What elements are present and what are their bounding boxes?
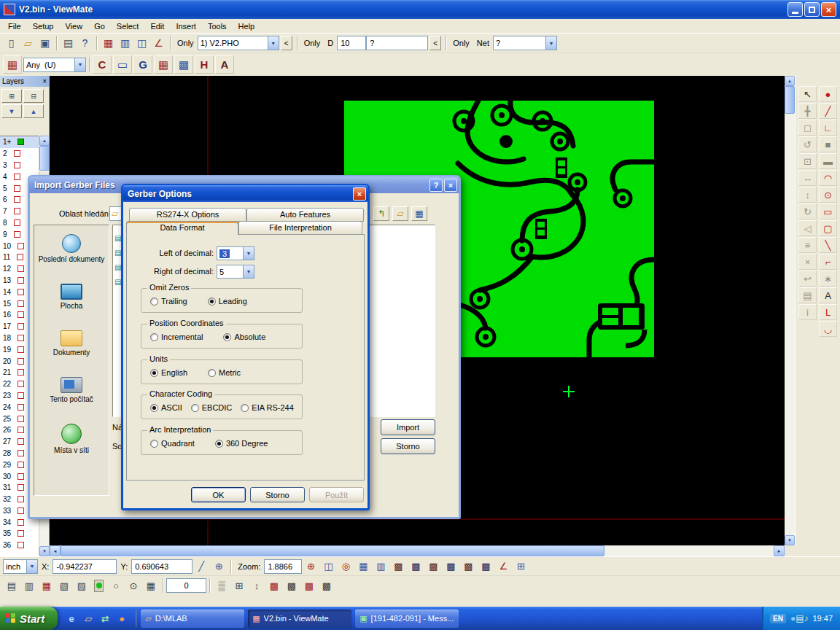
- filled-rect-tool-icon[interactable]: ■: [819, 136, 837, 152]
- taskbar-window-viewmate[interactable]: ▦ V2.bin - ViewMate: [248, 610, 351, 628]
- start-button[interactable]: Start: [0, 607, 58, 630]
- zoom-value-field[interactable]: 1.8866: [264, 559, 302, 574]
- cancel-button[interactable]: Storno: [381, 438, 435, 454]
- layer-color-swatch[interactable]: [18, 392, 24, 399]
- delete-item-icon[interactable]: ×: [798, 254, 817, 270]
- layer-color-swatch[interactable]: [18, 404, 24, 411]
- chevron-down-icon[interactable]: ▼: [545, 36, 556, 50]
- place-my-computer[interactable]: Tento počítač: [34, 377, 109, 404]
- layer-color-swatch[interactable]: [18, 450, 24, 456]
- film-6-icon[interactable]: ▩: [477, 559, 494, 575]
- scrollbar-thumb[interactable]: [785, 86, 795, 114]
- menu-item[interactable]: File: [2, 20, 27, 32]
- arc-tool-icon[interactable]: ◠: [819, 170, 837, 186]
- zoom-area-icon[interactable]: ◻: [798, 120, 817, 136]
- radio-option[interactable]: English: [150, 368, 187, 377]
- help-button[interactable]: ?: [429, 179, 443, 192]
- zoom-point-icon[interactable]: ◎: [337, 559, 354, 575]
- layer-row[interactable]: 1+: [0, 136, 39, 148]
- sync-arrows-icon[interactable]: ⇄: [98, 612, 112, 625]
- copy-item-icon[interactable]: ≡: [798, 237, 817, 253]
- import-button[interactable]: Import: [381, 419, 435, 435]
- close-button[interactable]: ×: [353, 187, 366, 201]
- layer-color-swatch[interactable]: [18, 416, 24, 422]
- menu-item[interactable]: View: [59, 20, 88, 32]
- pat-1-icon[interactable]: ▩: [265, 578, 283, 594]
- menu-item[interactable]: Help: [233, 20, 261, 32]
- layer-color-swatch[interactable]: [18, 484, 24, 491]
- layer-box-icon[interactable]: ⊟: [23, 89, 44, 103]
- diagonal-measure-icon[interactable]: ╱: [192, 559, 210, 575]
- layer-color-swatch[interactable]: [14, 231, 20, 238]
- scrollbar-thumb[interactable]: [61, 545, 604, 556]
- y-coordinate-field[interactable]: 0.690643: [131, 559, 192, 574]
- angle-icon[interactable]: ∠: [494, 559, 512, 575]
- pat-2-icon[interactable]: ▩: [283, 578, 300, 594]
- layer-color-swatch[interactable]: [18, 323, 24, 330]
- h-code-icon[interactable]: H: [195, 55, 214, 74]
- layer-row[interactable]: 36: [0, 540, 39, 551]
- left-decimal-combo[interactable]: 3 ▼: [217, 246, 254, 260]
- dialog-tab[interactable]: File Interpretation: [238, 221, 362, 235]
- layer-color-swatch[interactable]: [14, 174, 20, 180]
- layer-color-swatch[interactable]: [14, 219, 20, 226]
- chevron-down-icon[interactable]: ▼: [74, 58, 85, 71]
- close-icon[interactable]: ×: [42, 77, 47, 85]
- layer-color-swatch[interactable]: [18, 473, 24, 480]
- grid-a-icon[interactable]: ▦: [354, 559, 372, 575]
- circle-off-icon[interactable]: ○: [107, 578, 125, 594]
- dialog-tab[interactable]: RS274-X Options: [129, 208, 246, 222]
- scroll-down-icon[interactable]: ▼: [785, 535, 795, 545]
- units-combo[interactable]: inch ▼: [3, 559, 38, 574]
- pat-3-icon[interactable]: ▩: [300, 578, 318, 594]
- menu-item[interactable]: Go: [88, 20, 111, 32]
- new-folder-icon[interactable]: ▱: [392, 206, 408, 221]
- layer-color-swatch[interactable]: [18, 530, 24, 537]
- layer-color-swatch[interactable]: [18, 335, 24, 341]
- film-box-icon[interactable]: ◫: [133, 35, 150, 51]
- updown-icon[interactable]: ↕: [248, 578, 265, 594]
- layer-color-swatch[interactable]: [17, 254, 23, 260]
- menu-item[interactable]: Insert: [170, 20, 202, 32]
- tray-circle-icon[interactable]: ●: [790, 613, 796, 623]
- radio-option[interactable]: Trailing: [150, 297, 187, 306]
- point-tool-icon[interactable]: ●: [819, 86, 837, 102]
- layer-red-icon[interactable]: ▦: [38, 578, 55, 594]
- dialog-tab[interactable]: Auto Features: [246, 208, 364, 222]
- chevron-down-icon[interactable]: ▼: [243, 247, 254, 260]
- grid-e-icon[interactable]: ⊞: [230, 578, 248, 594]
- layer-color-swatch[interactable]: [18, 139, 24, 145]
- zoom-window-icon[interactable]: ◫: [319, 559, 337, 575]
- layer-stack-3-icon[interactable]: ▧: [55, 578, 73, 594]
- place-network[interactable]: Místa v síti: [34, 424, 109, 455]
- layer-filter-combo[interactable]: 1) V2.PHO ▼: [198, 36, 279, 50]
- undo-icon[interactable]: ↩: [798, 271, 817, 287]
- traffic-light-icon[interactable]: [94, 580, 104, 592]
- close-button[interactable]: ×: [821, 2, 836, 17]
- pad-shape-icon[interactable]: ▭: [113, 55, 132, 74]
- context-help-icon[interactable]: ?: [77, 35, 93, 51]
- layer-color-swatch[interactable]: [18, 381, 24, 387]
- place-recent-documents[interactable]: Poslední dokumenty: [34, 234, 109, 264]
- layer-color-swatch[interactable]: [18, 289, 24, 295]
- browser-icon[interactable]: ●: [115, 612, 128, 625]
- pat-4-icon[interactable]: ▩: [318, 578, 335, 594]
- radio-option[interactable]: ASCII: [150, 403, 182, 412]
- x-coordinate-field[interactable]: -0.942237: [52, 559, 117, 574]
- layer-prev-button[interactable]: <: [281, 36, 292, 50]
- stretch-item-icon[interactable]: ↕: [798, 187, 817, 203]
- place-desktop[interactable]: Plocha: [34, 284, 109, 311]
- layer-color-swatch[interactable]: [14, 196, 20, 203]
- film-5-icon[interactable]: ▩: [459, 559, 477, 575]
- chevron-down-icon[interactable]: ▼: [26, 560, 37, 573]
- open-folder-icon[interactable]: ▱: [20, 35, 36, 51]
- film-3-icon[interactable]: ▩: [424, 559, 442, 575]
- c-code-icon[interactable]: C: [93, 55, 112, 74]
- layer-color-swatch[interactable]: [18, 346, 24, 353]
- radio-option[interactable]: Quadrant: [150, 439, 195, 448]
- circle-tool-icon[interactable]: ⊙: [819, 187, 837, 203]
- select-pointer-icon[interactable]: ↖: [798, 86, 817, 102]
- layer-color-swatch[interactable]: [18, 369, 24, 376]
- layer-color-swatch[interactable]: [18, 462, 24, 468]
- ok-button[interactable]: OK: [191, 487, 246, 502]
